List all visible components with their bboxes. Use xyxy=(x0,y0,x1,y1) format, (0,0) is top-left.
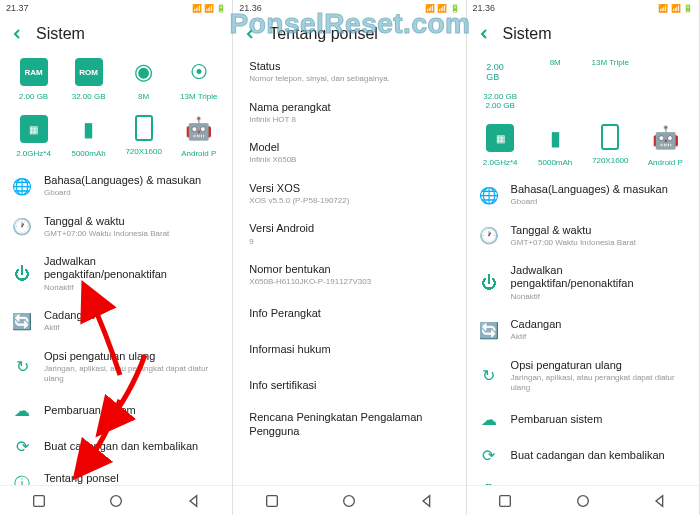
item-title: Versi Android xyxy=(249,222,453,235)
item-sub: Jaringan, aplikasi, atau perangkat dapat… xyxy=(511,373,687,394)
item-sub: X650B-H6110JKO-P-191127V303 xyxy=(249,277,453,287)
item-android-version[interactable]: Versi Android9 xyxy=(233,214,465,255)
camera-icon: ◉ xyxy=(130,58,158,86)
item-device-info[interactable]: Info Perangkat xyxy=(233,295,465,331)
item-update[interactable]: ☁Pembaruan sistem xyxy=(467,401,699,437)
nav-recents[interactable] xyxy=(495,491,515,511)
item-update[interactable]: ☁Pembaruan sistem xyxy=(0,392,232,428)
back-icon[interactable] xyxy=(241,25,259,43)
item-sub: GMT+07:00 Waktu Indonesia Barat xyxy=(511,238,687,248)
info-cpu[interactable]: ▦2.0GHz*4 xyxy=(6,115,61,158)
triple-cam-icon: ⦿ xyxy=(185,58,213,86)
nav-back[interactable] xyxy=(417,491,437,511)
item-model[interactable]: ModelInfinix X650B xyxy=(233,133,465,174)
info-ram[interactable]: 2.00 GB32.00 GB xyxy=(473,58,528,101)
info-rom[interactable]: 8M xyxy=(528,58,583,101)
info-cam[interactable]: 13M Triple xyxy=(583,58,638,101)
item-schedule[interactable]: ⏻Jadwalkan pengaktifan/penonaktifanNonak… xyxy=(0,247,232,301)
item-title: Status xyxy=(249,60,453,73)
reset-icon: ↻ xyxy=(479,366,499,386)
item-backup[interactable]: 🔄CadanganAktif xyxy=(467,310,699,351)
item-backup-restore[interactable]: ⟳Buat cadangan dan kembalikan xyxy=(467,437,699,473)
item-title: Opsi pengaturan ulang xyxy=(511,359,687,372)
back-icon[interactable] xyxy=(475,25,493,43)
nav-recents[interactable] xyxy=(262,491,282,511)
content: StatusNomor telepon, sinyal, dan sebagai… xyxy=(233,52,465,485)
svg-rect-8 xyxy=(500,495,511,506)
item-ux-plan[interactable]: Rencana Peningkatan Pengalaman Pengguna xyxy=(233,403,465,445)
android-icon: 🤖 xyxy=(651,124,679,152)
item-schedule[interactable]: ⏻Jadwalkan pengaktifan/penonaktifanNonak… xyxy=(467,256,699,310)
item-xos-version[interactable]: Versi XOSXOS v5.5.0 (P-P58-190722) xyxy=(233,174,465,215)
item-status[interactable]: StatusNomor telepon, sinyal, dan sebagai… xyxy=(233,52,465,93)
info-android[interactable]: 🤖Android P xyxy=(638,124,693,167)
info-tricam[interactable]: ⦿13M Triple xyxy=(171,58,226,101)
item-about-phone[interactable]: ⓘTentang ponselInfinix X650B xyxy=(0,464,232,485)
globe-icon: 🌐 xyxy=(479,185,499,205)
item-language[interactable]: 🌐Bahasa(Languages) & masukanGboard xyxy=(0,166,232,207)
screen-3: 21.36 📶 📶 🔋 Sistem 2.00 GB32.00 GB 8M 13… xyxy=(467,0,700,515)
clock-icon: 🕐 xyxy=(12,217,32,237)
statusbar: 21.37 📶 📶 🔋 xyxy=(0,0,232,16)
info-label: 2.00 GB xyxy=(19,92,48,101)
nav-home[interactable] xyxy=(573,491,593,511)
item-datetime[interactable]: 🕐Tanggal & waktuGMT+07:00 Waktu Indonesi… xyxy=(0,207,232,248)
item-reset[interactable]: ↻Opsi pengaturan ulangJaringan, aplikasi… xyxy=(0,342,232,393)
nav-home[interactable] xyxy=(339,491,359,511)
item-sub: Nonaktif xyxy=(511,292,687,302)
item-sub: XOS v5.5.0 (P-P58-190722) xyxy=(249,196,453,206)
item-sub: Gboard xyxy=(511,197,687,207)
item-title: Pembaruan sistem xyxy=(511,413,687,426)
info-label: 5000mAh xyxy=(71,149,105,158)
item-title: Opsi pengaturan ulang xyxy=(44,350,220,363)
info-battery[interactable]: ▮5000mAh xyxy=(528,124,583,167)
header: Sistem xyxy=(467,16,699,52)
info-label: 2.0GHz*4 xyxy=(483,158,518,167)
rom-icon: ROM xyxy=(75,58,103,86)
item-reset[interactable]: ↻Opsi pengaturan ulangJaringan, aplikasi… xyxy=(467,351,699,402)
info-screen[interactable]: 720X1600 xyxy=(116,115,171,158)
item-device-name[interactable]: Nama perangkatInfinix HOT 8 xyxy=(233,93,465,134)
info-tri[interactable] xyxy=(638,58,693,101)
nav-back[interactable] xyxy=(650,491,670,511)
item-title: Bahasa(Languages) & masukan xyxy=(44,174,220,187)
nav-home[interactable] xyxy=(106,491,126,511)
item-language[interactable]: 🌐Bahasa(Languages) & masukanGboard xyxy=(467,175,699,216)
item-developer-options[interactable]: {}Opsi pengembang xyxy=(467,473,699,485)
info-battery[interactable]: ▮5000mAh xyxy=(61,115,116,158)
item-datetime[interactable]: 🕐Tanggal & waktuGMT+07:00 Waktu Indonesi… xyxy=(467,216,699,257)
item-title: Tentang ponsel xyxy=(44,472,220,485)
item-sub: Gboard xyxy=(44,188,220,198)
status-icons: 📶 📶 🔋 xyxy=(192,4,226,13)
nav-back[interactable] xyxy=(184,491,204,511)
nav-recents[interactable] xyxy=(29,491,49,511)
svg-rect-4 xyxy=(267,495,278,506)
item-title: Buat cadangan dan kembalikan xyxy=(511,449,687,462)
item-sub: Nomor telepon, sinyal, dan sebagainya. xyxy=(249,74,453,84)
info-screen[interactable]: 720X1600 xyxy=(583,124,638,167)
item-title: Nomor bentukan xyxy=(249,263,453,276)
item-build-number[interactable]: Nomor bentukanX650B-H6110JKO-P-191127V30… xyxy=(233,255,465,296)
info-cpu[interactable]: ▦2.0GHz*4 xyxy=(473,124,528,167)
item-sub: GMT+07:00 Waktu Indonesia Barat xyxy=(44,229,220,239)
item-certification[interactable]: Info sertifikasi xyxy=(233,367,465,403)
info-cam[interactable]: ◉8M xyxy=(116,58,171,101)
info-label: 720X1600 xyxy=(592,156,628,165)
item-title: Bahasa(Languages) & masukan xyxy=(511,183,687,196)
item-title: Model xyxy=(249,141,453,154)
item-backup-restore[interactable]: ⟳Buat cadangan dan kembalikan xyxy=(0,428,232,464)
item-title: Tanggal & waktu xyxy=(511,224,687,237)
page-title: Tentang ponsel xyxy=(269,25,378,43)
info-label: 32.00 GB xyxy=(483,92,517,101)
info-ram[interactable]: RAM2.00 GB xyxy=(6,58,61,101)
item-backup[interactable]: 🔄CadanganAktif xyxy=(0,301,232,342)
item-title: Rencana Peningkatan Pengalaman Pengguna xyxy=(249,411,453,437)
back-icon[interactable] xyxy=(8,25,26,43)
info-android[interactable]: 🤖Android P xyxy=(171,115,226,158)
info-label: 32.00 GB xyxy=(72,92,106,101)
info-rom[interactable]: ROM32.00 GB xyxy=(61,58,116,101)
item-legal[interactable]: Informasi hukum xyxy=(233,331,465,367)
info-label: 13M Triple xyxy=(180,92,217,101)
cpu-icon: ▦ xyxy=(20,115,48,143)
svg-point-9 xyxy=(577,495,588,506)
